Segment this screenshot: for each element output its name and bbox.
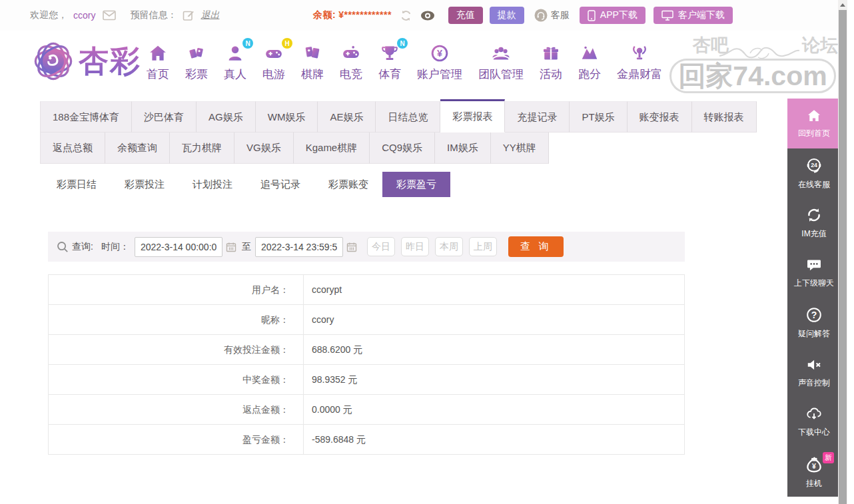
topbar-right: 余额:¥************ 充值 提款 客服 APP下载 客户端下载	[313, 0, 733, 31]
tab-shaba[interactable]: 沙巴体育	[132, 101, 197, 132]
tab-lottery-report[interactable]: 彩票报表	[440, 99, 505, 132]
row-value: 688.6200 元	[304, 335, 684, 364]
envelope-icon[interactable]	[103, 10, 116, 21]
quick-lastweek-button[interactable]: 上周	[469, 237, 497, 256]
row-label: 中奖金额：	[49, 365, 304, 394]
sidebar-item-download-center[interactable]: 下载中心	[787, 397, 841, 447]
nav-item-lottery[interactable]: 彩票	[177, 41, 216, 82]
nav-item-live[interactable]: N 真人	[216, 41, 254, 82]
refresh-balance-icon[interactable]	[400, 9, 412, 22]
table-row-nickname: 昵称： ccory	[49, 305, 684, 335]
paofen-icon	[580, 41, 600, 65]
date-from-input[interactable]	[135, 237, 222, 257]
tab-yue[interactable]: 余额查询	[105, 132, 170, 164]
cards-icon	[302, 41, 323, 65]
header: 杏彩 首页 彩票 N 真人 H 电游	[0, 31, 854, 99]
nav-item-slots[interactable]: H 电游	[254, 41, 293, 82]
live-icon: N	[224, 41, 246, 65]
brand-name: 杏彩	[79, 41, 141, 81]
quick-yesterday-button[interactable]: 昨日	[401, 237, 429, 256]
table-row-rebate: 返点金额： 0.0000 元	[49, 395, 684, 425]
subtab-changes[interactable]: 彩票账变	[314, 172, 382, 197]
balance-value: ¥************	[338, 9, 392, 20]
tab-zhangbian[interactable]: 账变报表	[628, 101, 692, 132]
recharge-button[interactable]: 充值	[448, 7, 483, 24]
subtab-bets[interactable]: 彩票投注	[111, 172, 179, 197]
date-to-input[interactable]	[255, 237, 343, 257]
scrollbar-thumb[interactable]	[839, 10, 847, 504]
sidebar-item-chat[interactable]: 上下级聊天	[787, 248, 841, 298]
customer-service-link[interactable]: 客服	[534, 9, 570, 22]
tabs-row-1: 188金宝博体育 沙巴体育 AG娱乐 WM娱乐 AE娱乐 日结总览 彩票报表 充…	[40, 101, 757, 132]
client-download-label: 客户端下载	[678, 9, 725, 21]
phone-icon	[588, 10, 596, 21]
quick-thisweek-button[interactable]: 本周	[435, 237, 463, 256]
topbar: 欢迎您， ccory 预留信息： 退出 余额:¥************ 充值 …	[0, 0, 839, 31]
nav-item-sports[interactable]: N 体育	[370, 41, 409, 82]
lottery-icon	[186, 41, 207, 65]
quick-today-button[interactable]: 今日	[367, 237, 395, 256]
subtab-plan[interactable]: 计划投注	[179, 172, 246, 197]
edit-icon[interactable]	[183, 9, 195, 21]
app-download-label: APP下载	[600, 9, 638, 21]
subtab-chase[interactable]: 追号记录	[246, 172, 314, 197]
calendar-from-icon[interactable]	[226, 242, 236, 252]
nav-item-account[interactable]: ¥ 账户管理	[409, 41, 470, 82]
tab-188jinbaobo[interactable]: 188金宝博体育	[40, 101, 132, 132]
tab-fandian[interactable]: 返点总额	[40, 132, 105, 164]
tab-im[interactable]: IM娱乐	[435, 132, 491, 164]
sidebar-item-home[interactable]: 回到首页	[787, 99, 841, 148]
tab-wali[interactable]: 瓦力棋牌	[170, 132, 234, 164]
tab-vg[interactable]: VG娱乐	[234, 132, 294, 164]
nav-item-home[interactable]: 首页	[139, 41, 177, 82]
topbar-left: 欢迎您， ccory 预留信息： 退出	[30, 0, 219, 31]
home-icon	[805, 108, 823, 124]
table-row-winnings: 中奖金额： 98.9352 元	[49, 365, 684, 395]
withdraw-button[interactable]: 提款	[490, 7, 524, 24]
tab-wm[interactable]: WM娱乐	[256, 101, 318, 132]
tab-kgame[interactable]: Kgame棋牌	[294, 132, 370, 164]
subtab-daily[interactable]: 彩票日结	[43, 172, 111, 197]
sidebar-item-online-service[interactable]: 24 在线客服	[787, 148, 841, 198]
tab-ae[interactable]: AE娱乐	[318, 101, 376, 132]
chat-icon	[805, 256, 823, 274]
tab-zhuanzhang[interactable]: 转账报表	[692, 101, 757, 132]
sound-mute-icon	[805, 356, 823, 374]
scrollbar-up-arrow[interactable]	[838, 0, 847, 10]
table-row-profit-loss: 盈亏金额： -589.6848 元	[49, 425, 684, 455]
query-submit-button[interactable]: 查 询	[508, 236, 564, 257]
tab-ag[interactable]: AG娱乐	[197, 101, 256, 132]
sidebar-item-sound[interactable]: 声音控制	[787, 348, 841, 397]
nav-item-cards[interactable]: 棋牌	[293, 41, 332, 82]
client-download-button[interactable]: 客户端下载	[653, 7, 733, 24]
tab-rijie[interactable]: 日结总览	[376, 101, 440, 132]
tabs-row-2: 返点总额 余额查询 瓦力棋牌 VG娱乐 Kgame棋牌 CQ9娱乐 IM娱乐 Y…	[40, 132, 757, 164]
calendar-to-icon[interactable]	[346, 242, 357, 252]
nav-item-wealth[interactable]: 金鼎财富	[609, 41, 670, 82]
moneybag-icon: ¥	[804, 454, 824, 474]
report-tabs: 188金宝博体育 沙巴体育 AG娱乐 WM娱乐 AE娱乐 日结总览 彩票报表 充…	[40, 101, 757, 164]
brand-logo[interactable]: 杏彩	[32, 40, 141, 83]
gift-icon	[541, 41, 561, 65]
slots-icon: H	[262, 41, 285, 65]
nav-item-team[interactable]: 团队管理	[470, 41, 532, 82]
nav-item-esports[interactable]: 电竞	[332, 41, 370, 82]
sidebar-item-faq[interactable]: ? 疑问解答	[787, 298, 841, 348]
logout-link[interactable]: 退出	[201, 9, 219, 21]
tab-yy[interactable]: YY棋牌	[491, 132, 549, 164]
nav-item-promo[interactable]: 活动	[532, 41, 570, 82]
row-label: 用户名：	[49, 275, 304, 304]
sidebar-item-autoplay[interactable]: 新 ¥ 挂机	[787, 447, 841, 497]
nav-item-paofen[interactable]: 跑分	[570, 41, 609, 82]
vertical-scrollbar[interactable]	[838, 0, 847, 504]
tab-cq9[interactable]: CQ9娱乐	[370, 132, 435, 164]
tab-chongti[interactable]: 充提记录	[505, 101, 570, 132]
eye-icon[interactable]	[420, 10, 435, 21]
row-value: 0.0000 元	[304, 395, 684, 424]
subtab-profit-loss[interactable]: 彩票盈亏	[382, 172, 450, 197]
sidebar-item-im-recharge[interactable]: IM充值	[787, 198, 841, 248]
reserved-info-label: 预留信息：	[130, 9, 177, 21]
app-download-button[interactable]: APP下载	[580, 7, 645, 24]
welcome-text: 欢迎您，	[30, 9, 67, 21]
tab-pt[interactable]: PT娱乐	[570, 101, 627, 132]
